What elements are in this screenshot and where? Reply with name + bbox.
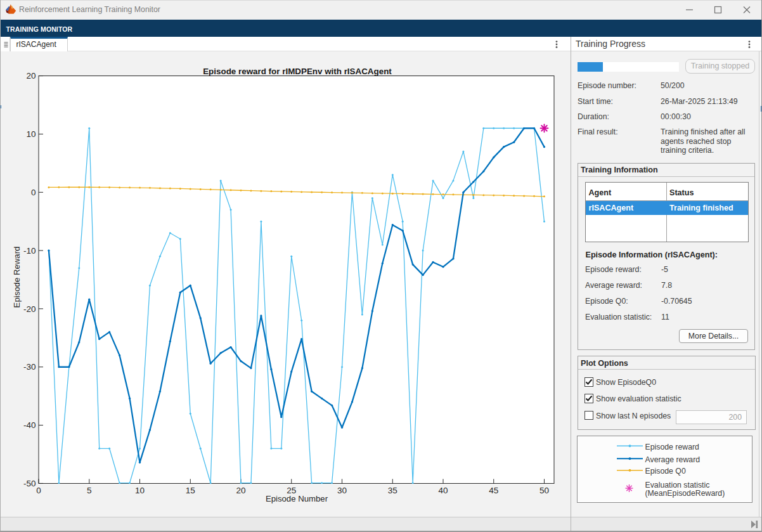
svg-text:20: 20 [26,71,36,81]
svg-text:20: 20 [236,486,245,495]
svg-text:0: 0 [31,188,36,197]
svg-text:15: 15 [186,486,195,495]
svg-text:-50: -50 [23,479,36,488]
svg-text:-20: -20 [23,304,36,314]
svg-text:50: 50 [539,486,549,495]
svg-text:40: 40 [438,486,448,495]
svg-text:Episode Reward: Episode Reward [12,247,22,308]
svg-text:5: 5 [87,486,92,495]
svg-text:-30: -30 [23,362,36,372]
svg-text:-40: -40 [23,420,36,430]
svg-text:45: 45 [489,486,498,495]
svg-text:-10: -10 [23,246,36,256]
svg-text:0: 0 [36,486,41,495]
svg-text:30: 30 [337,486,347,495]
svg-text:10: 10 [135,486,145,495]
svg-text:Episode Number: Episode Number [266,494,328,503]
svg-text:10: 10 [26,129,36,139]
svg-text:35: 35 [388,486,397,495]
svg-text:Episode reward for rIMDPEnv wi: Episode reward for rIMDPEnv with rISACAg… [203,67,392,76]
